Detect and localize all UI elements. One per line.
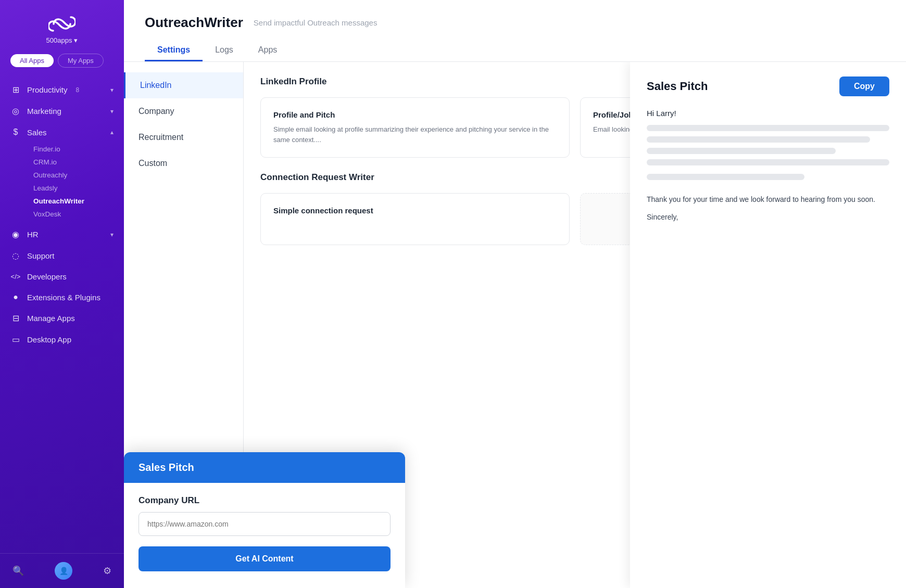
settings-item-custom[interactable]: Custom xyxy=(124,150,243,176)
main-header: OutreachWriter Send impactful Outreach m… xyxy=(124,0,906,62)
sidebar-item-support[interactable]: ◌ Support xyxy=(0,245,124,266)
my-apps-tab[interactable]: My Apps xyxy=(58,54,104,68)
result-panel: Sales Pitch Copy Hi Larry! Thank you for… xyxy=(630,62,906,588)
result-footer: Thank you for your time and we look forw… xyxy=(647,194,889,224)
tab-logs[interactable]: Logs xyxy=(203,40,246,61)
overlay-header: Sales Pitch xyxy=(124,452,405,483)
email-greeting: Hi Larry! xyxy=(647,109,889,118)
sidebar-item-desktop-app[interactable]: ▭ Desktop App xyxy=(0,329,124,350)
profile-pitch-title: Profile and Pitch xyxy=(273,110,557,119)
explore-icon[interactable]: 🔍 xyxy=(12,565,24,577)
settings-item-linkedin[interactable]: LinkedIn xyxy=(124,72,243,98)
content-area: LinkedIn Company Recruitment Custom Link… xyxy=(124,62,906,588)
settings-item-company[interactable]: Company xyxy=(124,98,243,124)
skeleton-line-4 xyxy=(647,159,889,165)
sales-pitch-overlay: Sales Pitch Company URL Get AI Content xyxy=(124,452,405,588)
brand-label[interactable]: 500apps ▾ xyxy=(46,36,78,44)
sidebar-item-hr[interactable]: ◉ HR ▾ xyxy=(0,224,124,245)
main-tabs: Settings Logs Apps xyxy=(145,40,885,61)
result-footer-text: Thank you for your time and we look forw… xyxy=(647,194,889,206)
result-title: Sales Pitch xyxy=(647,80,708,93)
productivity-badge: 8 xyxy=(76,86,80,94)
simple-connection-card[interactable]: Simple connection request xyxy=(260,193,570,245)
support-icon: ◌ xyxy=(10,251,21,261)
result-sign-off: Sincerely, xyxy=(647,211,889,224)
all-apps-tab[interactable]: All Apps xyxy=(10,54,54,67)
sidebar-item-developers[interactable]: </> Developers xyxy=(0,266,124,287)
extensions-icon: ● xyxy=(10,292,21,302)
manage-apps-icon: ⊟ xyxy=(10,313,21,323)
sidebar-tabs: All Apps My Apps xyxy=(0,54,124,77)
company-url-input[interactable] xyxy=(139,512,391,536)
developers-icon: </> xyxy=(10,273,21,280)
skeleton-line-2 xyxy=(647,136,870,143)
profile-pitch-card[interactable]: Profile and Pitch Simple email looking a… xyxy=(260,97,570,158)
result-header: Sales Pitch Copy xyxy=(647,76,889,96)
logo-icon xyxy=(48,15,76,33)
sidebar: 500apps ▾ All Apps My Apps ⊞ Productivit… xyxy=(0,0,124,588)
sidebar-item-marketing[interactable]: ◎ Marketing ▾ xyxy=(0,100,124,122)
sidebar-item-crm[interactable]: CRM.io xyxy=(27,156,124,169)
overlay-title: Sales Pitch xyxy=(139,462,194,473)
get-ai-content-button[interactable]: Get AI Content xyxy=(139,546,391,571)
chevron-down-icon: ▾ xyxy=(110,231,114,238)
productivity-icon: ⊞ xyxy=(10,85,21,95)
profile-pitch-desc: Simple email looking at profile summariz… xyxy=(273,124,557,145)
title-row: OutreachWriter Send impactful Outreach m… xyxy=(145,15,885,31)
copy-button[interactable]: Copy xyxy=(839,76,889,96)
main-content: OutreachWriter Send impactful Outreach m… xyxy=(124,0,906,588)
sidebar-item-outreachwriter[interactable]: OutreachWriter xyxy=(27,195,124,208)
chevron-down-icon: ▾ xyxy=(110,86,114,94)
desktop-app-icon: ▭ xyxy=(10,335,21,344)
extensions-label: Extensions & Plugins xyxy=(27,293,100,302)
sidebar-nav: ⊞ Productivity 8 ▾ ◎ Marketing ▾ $ Sales… xyxy=(0,77,124,553)
sidebar-item-sales[interactable]: $ Sales ▴ xyxy=(0,122,124,143)
hr-icon: ◉ xyxy=(10,229,21,239)
sidebar-item-manage-apps[interactable]: ⊟ Manage Apps xyxy=(0,308,124,329)
tab-apps[interactable]: Apps xyxy=(246,40,290,61)
hr-label: HR xyxy=(27,230,39,239)
chevron-down-icon: ▾ xyxy=(110,108,114,115)
marketing-label: Marketing xyxy=(27,107,61,116)
simple-connection-title: Simple connection request xyxy=(273,206,557,215)
chevron-down-icon: ▾ xyxy=(74,36,78,44)
sales-label: Sales xyxy=(27,128,47,137)
company-url-label: Company URL xyxy=(139,495,391,506)
settings-item-recruitment[interactable]: Recruitment xyxy=(124,124,243,150)
brand-text: 500apps xyxy=(46,36,72,44)
skeleton-line-3 xyxy=(647,148,836,154)
productivity-label: Productivity xyxy=(27,85,68,94)
sidebar-item-voxdesk[interactable]: VoxDesk xyxy=(27,208,124,221)
sidebar-item-finder[interactable]: Finder.io xyxy=(27,143,124,156)
developers-label: Developers xyxy=(27,272,67,281)
sales-icon: $ xyxy=(10,127,21,137)
manage-apps-label: Manage Apps xyxy=(27,314,75,323)
skeleton-line-1 xyxy=(647,125,889,131)
sidebar-item-productivity[interactable]: ⊞ Productivity 8 ▾ xyxy=(0,79,124,100)
sales-sub-nav: Finder.io CRM.io Outreachly Leadsly Outr… xyxy=(0,143,124,224)
skeleton-line-5 xyxy=(647,174,804,180)
marketing-icon: ◎ xyxy=(10,106,21,116)
overlay-body: Company URL Get AI Content xyxy=(124,483,405,588)
app-subtitle: Send impactful Outreach messages xyxy=(254,18,378,27)
support-label: Support xyxy=(27,251,55,260)
desktop-app-label: Desktop App xyxy=(27,335,71,344)
sidebar-bottom: 🔍 👤 ⚙ xyxy=(0,553,124,588)
sidebar-item-extensions[interactable]: ● Extensions & Plugins xyxy=(0,287,124,308)
chevron-up-icon: ▴ xyxy=(110,129,114,136)
avatar[interactable]: 👤 xyxy=(55,562,72,580)
sidebar-item-leadsly[interactable]: Leadsly xyxy=(27,182,124,195)
app-title: OutreachWriter xyxy=(145,15,243,31)
tab-settings[interactable]: Settings xyxy=(145,40,203,61)
sidebar-logo: 500apps ▾ xyxy=(0,0,124,54)
settings-icon[interactable]: ⚙ xyxy=(103,565,111,577)
sidebar-item-outreachly[interactable]: Outreachly xyxy=(27,169,124,182)
